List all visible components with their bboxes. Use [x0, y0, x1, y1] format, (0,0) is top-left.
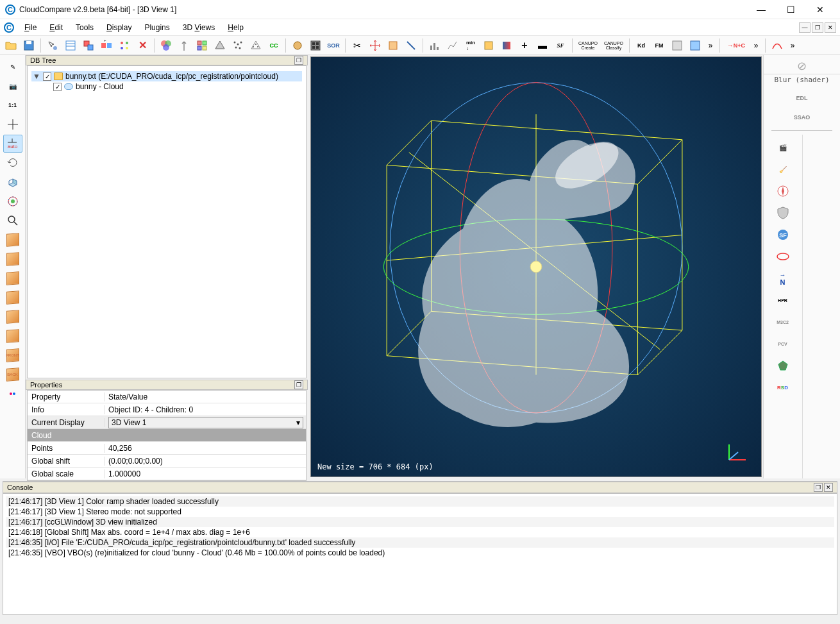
- scalar-min-button[interactable]: min↓: [462, 37, 479, 54]
- console-close-button[interactable]: ✕: [824, 483, 833, 492]
- hpr-plugin-button[interactable]: HPR: [773, 291, 793, 309]
- broom-plugin-button[interactable]: 🧹: [773, 160, 793, 178]
- app-menu-icon[interactable]: C: [4, 22, 14, 33]
- animation-plugin-button[interactable]: 🎬: [773, 139, 793, 156]
- rsd-plugin-button[interactable]: RSD: [773, 378, 793, 396]
- tree-child-checkbox[interactable]: ✓: [53, 83, 62, 91]
- menu-3dviews[interactable]: 3D Views: [178, 22, 221, 33]
- segment-button[interactable]: ✂: [349, 37, 365, 54]
- mdi-close-button[interactable]: ✕: [825, 22, 836, 33]
- nplusc-button[interactable]: →N+C: [723, 37, 749, 54]
- crosshair-button[interactable]: [3, 115, 22, 133]
- edl-shader-button[interactable]: EDL: [793, 89, 812, 107]
- merge-button[interactable]: +: [98, 37, 115, 54]
- view-right-button[interactable]: [3, 308, 22, 326]
- toolbar-more2-button[interactable]: »: [750, 37, 762, 54]
- sample-points-button[interactable]: [248, 37, 264, 54]
- sor-filter-button[interactable]: SOR: [325, 37, 342, 54]
- ransac-plugin-button[interactable]: [773, 357, 793, 375]
- pointpick-button[interactable]: [44, 37, 61, 54]
- pcv-plugin-button[interactable]: PCV: [773, 335, 793, 353]
- kd-button[interactable]: Kd: [633, 37, 650, 54]
- tree-child-item[interactable]: ✓ bunny - Cloud: [31, 81, 302, 92]
- align-button[interactable]: [289, 37, 306, 54]
- m3c2-plugin-button[interactable]: M3C2: [773, 313, 793, 331]
- translate-button[interactable]: [367, 37, 383, 54]
- properties-button[interactable]: [62, 37, 79, 54]
- ssao-shader-button[interactable]: SSAO: [793, 108, 812, 126]
- menu-plugins[interactable]: Plugins: [139, 22, 174, 33]
- rotation-center-button[interactable]: [3, 192, 22, 210]
- menu-file[interactable]: File: [19, 22, 42, 33]
- scalar-gradient-button[interactable]: [498, 37, 515, 54]
- menu-help[interactable]: Help: [223, 22, 249, 33]
- scalar-add-button[interactable]: +: [516, 37, 533, 54]
- octree-button[interactable]: [194, 37, 210, 54]
- menu-display[interactable]: Display: [101, 22, 137, 33]
- graph-button[interactable]: [444, 37, 461, 54]
- delete-button[interactable]: ✕: [134, 37, 151, 54]
- compass-plugin-button[interactable]: [773, 182, 793, 200]
- window-minimize-button[interactable]: —: [746, 0, 776, 19]
- console-float-button[interactable]: ❐: [814, 483, 823, 492]
- canupo-classify-button[interactable]: CANUPOClassify: [601, 37, 626, 54]
- current-display-select[interactable]: 3D View 1▾: [108, 417, 303, 428]
- 3d-viewport[interactable]: New size = 706 * 684 (px): [310, 56, 762, 477]
- rotate-button[interactable]: [3, 154, 22, 172]
- window-maximize-button[interactable]: ☐: [776, 0, 805, 19]
- toolbar-more-button[interactable]: »: [705, 37, 716, 54]
- dbtree-float-button[interactable]: ❐: [294, 56, 303, 65]
- open-file-button[interactable]: [3, 37, 19, 54]
- histogram-button[interactable]: [426, 37, 443, 54]
- fit-plane-button[interactable]: [230, 37, 246, 54]
- window-close-button[interactable]: ✕: [805, 0, 835, 19]
- section-button[interactable]: [403, 37, 419, 54]
- shield-plugin-button[interactable]: [773, 204, 793, 222]
- flickr-button[interactable]: ••: [3, 385, 22, 403]
- sf-button[interactable]: SF: [552, 37, 569, 54]
- view-left-button[interactable]: [3, 269, 22, 287]
- ratio-button[interactable]: 1:1: [3, 96, 22, 114]
- canupo-create-button[interactable]: CANUPOCreate: [576, 37, 600, 54]
- colorize-button[interactable]: [158, 37, 174, 54]
- auto-pick-rotation-button[interactable]: auto: [3, 135, 22, 153]
- tree-root-item[interactable]: ▼ ✓ bunny.txt (E:/CUDA_PRO/cuda_icp/pc_r…: [31, 71, 302, 81]
- properties-float-button[interactable]: ❐: [294, 380, 303, 389]
- iso-view-1-button[interactable]: [3, 173, 22, 191]
- snapshot-button[interactable]: 📷: [3, 77, 22, 95]
- toolbar-more3-button[interactable]: »: [787, 37, 798, 54]
- fm-button[interactable]: FM: [651, 37, 668, 54]
- console-panel[interactable]: [21:46:17] [3D View 1] Color ramp shader…: [3, 493, 837, 615]
- subsample-button[interactable]: [116, 37, 133, 54]
- view-back-button[interactable]: [3, 289, 22, 307]
- blur-shader-label: Blur (shader): [774, 76, 829, 84]
- mdi-restore-button[interactable]: ❐: [812, 22, 823, 33]
- csv-button[interactable]: [687, 37, 703, 54]
- mdi-minimize-button[interactable]: —: [799, 22, 811, 33]
- clone-button[interactable]: [80, 37, 97, 54]
- scalar-delete-button[interactable]: ▬: [534, 37, 551, 54]
- zoom-button[interactable]: [3, 212, 22, 230]
- view-bottom-button[interactable]: [3, 327, 22, 345]
- view-front-button[interactable]: [3, 250, 22, 268]
- cc-button[interactable]: CC: [265, 37, 282, 54]
- view-iso-back-button[interactable]: BACK: [3, 366, 22, 384]
- normals-button[interactable]: [176, 37, 192, 54]
- save-button[interactable]: [21, 37, 37, 54]
- tree-root-checkbox[interactable]: ✓: [43, 72, 51, 81]
- menu-tools[interactable]: Tools: [71, 22, 99, 33]
- tree-expand-icon[interactable]: ▼: [33, 72, 40, 81]
- view-top-button[interactable]: [3, 231, 22, 249]
- save-extra-button[interactable]: [669, 37, 685, 54]
- sf-plugin-button[interactable]: SF: [773, 226, 793, 244]
- curve-tool-button[interactable]: [769, 37, 785, 54]
- mesh-button[interactable]: [212, 37, 228, 54]
- menu-edit[interactable]: Edit: [44, 22, 68, 33]
- register-button[interactable]: [307, 37, 324, 54]
- pencil-tool-button[interactable]: ✎: [3, 58, 22, 76]
- normal-vector-button[interactable]: →N: [773, 269, 793, 287]
- ellipse-plugin-button[interactable]: [773, 248, 793, 266]
- scalar-filter-button[interactable]: [480, 37, 497, 54]
- view-iso-front-button[interactable]: FRONT: [3, 346, 22, 364]
- crop-button[interactable]: [385, 37, 401, 54]
